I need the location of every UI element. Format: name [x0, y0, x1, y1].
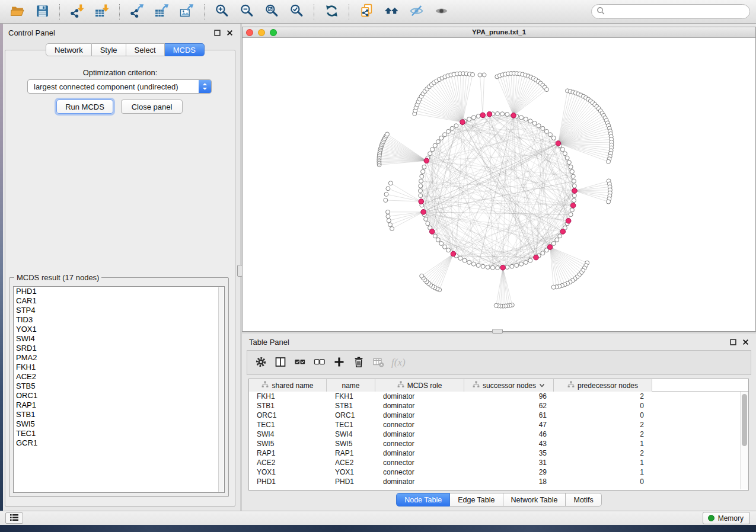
column-header-MCDS-role[interactable]: MCDS role [375, 379, 464, 392]
toolbar-button-zoom-out[interactable] [235, 2, 258, 21]
toolbar-button-clone-network[interactable] [355, 2, 378, 21]
table-cell[interactable]: SWI4 [249, 430, 327, 439]
table-cell[interactable]: 1 [554, 439, 652, 448]
table-toolbar-button-delete-column[interactable] [351, 354, 366, 371]
toolbar-button-export-image[interactable] [176, 2, 198, 21]
mcds-result-item[interactable]: SWI4 [14, 334, 224, 344]
table-cell[interactable]: 2 [554, 430, 652, 439]
table-cell[interactable]: ACE2 [327, 458, 375, 467]
toolbar-button-save[interactable] [31, 2, 53, 21]
table-toolbar-button-add-column[interactable] [331, 354, 347, 371]
mcds-result-item[interactable]: SRD1 [14, 344, 224, 353]
table-cell[interactable]: ORC1 [327, 411, 375, 420]
network-window-titlebar[interactable]: YPA_prune.txt_1 [243, 27, 755, 38]
table-cell[interactable]: ORC1 [249, 411, 327, 420]
panel-menu-button[interactable] [5, 512, 23, 524]
table-cell[interactable]: 2 [554, 420, 652, 430]
close-panel-icon[interactable] [227, 29, 233, 38]
table-row-ORC1[interactable]: ORC1ORC1dominator610 [249, 411, 740, 420]
table-cell[interactable]: YOX1 [249, 467, 327, 477]
table-cell[interactable]: 29 [464, 467, 554, 477]
table-row-RAP1[interactable]: RAP1RAP1dominator352 [249, 448, 740, 458]
table-cell[interactable]: FKH1 [327, 392, 375, 401]
table-cell[interactable]: 18 [464, 477, 554, 486]
mcds-result-item[interactable]: STB1 [14, 410, 224, 419]
table-toolbar-button-restore-columns[interactable] [371, 354, 386, 371]
tab-motifs[interactable]: Motifs [566, 493, 601, 507]
toolbar-button-import-table-from-file[interactable] [91, 2, 113, 21]
result-list-scrollbar[interactable] [218, 287, 224, 492]
mcds-result-item[interactable]: STP4 [14, 306, 224, 315]
mcds-result-list[interactable]: PHD1CAR1STP4TID3YOX1SWI4SRD1PMA2FKH1ACE2… [13, 286, 225, 493]
mcds-result-item[interactable]: STB5 [14, 382, 224, 391]
table-cell[interactable]: dominator [375, 430, 464, 439]
column-header-name[interactable]: name [327, 379, 375, 392]
table-cell[interactable]: YOX1 [327, 467, 375, 477]
criterion-select[interactable]: largest connected component (undirected) [27, 79, 212, 94]
table-row-SWI4[interactable]: SWI4SWI4dominator462 [249, 430, 740, 439]
tab-network-table[interactable]: Network Table [503, 493, 566, 507]
table-cell[interactable]: TEC1 [327, 420, 375, 430]
table-cell[interactable]: 2 [554, 448, 652, 458]
table-toolbar-button-deselect-all[interactable] [312, 354, 327, 371]
toolbar-button-export-network[interactable] [126, 2, 148, 21]
table-cell[interactable]: connector [375, 458, 464, 467]
table-cell[interactable]: PHD1 [327, 477, 375, 486]
table-cell[interactable]: dominator [375, 448, 464, 458]
table-cell[interactable]: dominator [375, 392, 464, 401]
float-table-panel-icon[interactable] [730, 338, 736, 347]
toolbar-button-zoom-fit[interactable] [260, 2, 283, 21]
column-header-predecessor-nodes[interactable]: predecessor nodes [554, 379, 652, 392]
table-scrollbar[interactable] [740, 392, 748, 489]
mcds-result-item[interactable]: TID3 [14, 315, 224, 325]
toolbar-button-zoom-in[interactable] [210, 2, 233, 21]
table-toolbar-button-select-all[interactable] [292, 354, 308, 371]
toolbar-button-zoom-selected[interactable] [285, 2, 308, 21]
table-row-PHD1[interactable]: PHD1PHD1dominator180 [249, 477, 740, 486]
table-toolbar-button-split-columns[interactable] [273, 354, 288, 371]
table-cell[interactable]: 47 [464, 420, 554, 430]
toolbar-button-import-network-from-file[interactable] [66, 2, 88, 21]
mcds-result-item[interactable]: FKH1 [14, 363, 224, 372]
mcds-result-item[interactable]: CAR1 [14, 296, 224, 306]
column-header-successor-nodes[interactable]: successor nodes [464, 379, 554, 392]
toolbar-button-show-all[interactable] [430, 2, 452, 21]
network-canvas[interactable] [243, 38, 755, 331]
mcds-result-item[interactable]: GCR1 [14, 438, 224, 448]
table-row-ACE2[interactable]: ACE2ACE2connector311 [249, 458, 740, 467]
table-cell[interactable]: RAP1 [327, 448, 375, 458]
column-header-shared-name[interactable]: shared name [249, 379, 327, 392]
table-cell[interactable]: RAP1 [249, 448, 327, 458]
table-cell[interactable]: SWI5 [249, 439, 327, 448]
table-cell[interactable]: 2 [554, 392, 652, 401]
table-row-STB1[interactable]: STB1STB1dominator620 [249, 401, 740, 411]
table-cell[interactable]: 62 [464, 401, 554, 411]
table-cell[interactable]: ACE2 [249, 458, 327, 467]
table-cell[interactable]: 0 [554, 477, 652, 486]
table-cell[interactable]: connector [375, 420, 464, 430]
table-cell[interactable]: 1 [554, 458, 652, 467]
table-cell[interactable]: STB1 [249, 401, 327, 411]
mcds-result-item[interactable]: SWI5 [14, 419, 224, 429]
search-input[interactable] [608, 8, 745, 16]
mcds-result-item[interactable]: ORC1 [14, 391, 224, 400]
table-cell[interactable]: dominator [375, 401, 464, 411]
table-cell[interactable]: 61 [464, 411, 554, 420]
table-row-SWI5[interactable]: SWI5SWI5connector431 [249, 439, 740, 448]
tab-edge-table[interactable]: Edge Table [450, 493, 503, 507]
table-cell[interactable]: 0 [554, 411, 652, 420]
mcds-result-item[interactable]: ACE2 [14, 372, 224, 382]
table-cell[interactable]: 43 [464, 439, 554, 448]
table-row-TEC1[interactable]: TEC1TEC1connector472 [249, 420, 740, 430]
table-cell[interactable]: FKH1 [249, 392, 327, 401]
mcds-result-item[interactable]: RAP1 [14, 400, 224, 410]
memory-button[interactable]: Memory [703, 512, 750, 524]
close-panel-button[interactable]: Close panel [121, 100, 183, 114]
mcds-result-item[interactable]: PHD1 [14, 287, 224, 296]
table-cell[interactable]: TEC1 [249, 420, 327, 430]
float-panel-icon[interactable] [214, 29, 221, 38]
close-table-panel-icon[interactable] [742, 338, 749, 347]
toolbar-button-hide-selected[interactable] [405, 2, 428, 21]
table-cell[interactable]: dominator [375, 411, 464, 420]
table-cell[interactable]: 96 [464, 392, 554, 401]
